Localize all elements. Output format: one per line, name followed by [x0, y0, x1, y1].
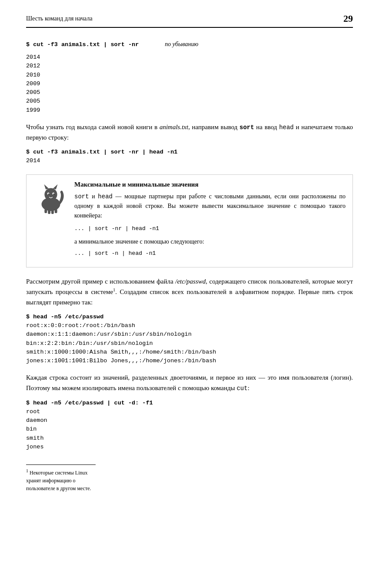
cat-icon-container: [33, 181, 68, 261]
p1-italic: animals.txt: [160, 124, 188, 130]
command1: $ cut -f3 animals.txt | sort -nr: [26, 41, 139, 48]
svg-rect-6: [51, 210, 54, 214]
ib-code2: head: [98, 193, 113, 200]
header-title: Шесть команд для начала: [26, 15, 93, 22]
ib-code1: sort: [74, 193, 89, 200]
section4-block: $ head -n5 /etc/passwd | cut -d: -f1 roo…: [26, 399, 353, 452]
info-box-content: Максимальные и минимальные значения sort…: [74, 181, 346, 261]
p1-sort: sort: [239, 124, 254, 131]
svg-rect-5: [48, 210, 50, 214]
output1: 2014 2012 2010 2009 2005 2005 1999: [26, 53, 353, 115]
svg-rect-7: [55, 209, 57, 213]
footnote-area: 1 Некоторые системы Linux хранят информа…: [26, 464, 96, 492]
section2: $ cut -f3 animals.txt | sort -nr | head …: [26, 148, 353, 166]
p3-text2: :: [248, 384, 249, 391]
p1-text-before: Чтобы узнать год выхода самой новой книг…: [26, 124, 160, 130]
p3-code1: cut: [236, 385, 247, 392]
max-cmd: ... | sort -nr | head -n1: [74, 224, 346, 234]
cat-icon: [34, 181, 68, 215]
section3: $ head -n5 /etc/passwd root:x:0:0:root:/…: [26, 313, 353, 366]
command3: $ head -n5 /etc/passwd: [26, 314, 103, 320]
p2-italic1: /etc/passwd: [175, 278, 206, 285]
svg-rect-4: [44, 209, 47, 213]
p1-text-middle: на ввод: [254, 124, 279, 130]
svg-point-10: [48, 194, 49, 194]
page-header: Шесть команд для начала 29: [26, 13, 353, 28]
cmd-line1-container: $ cut -f3 animals.txt | sort -nr по убыв…: [26, 41, 353, 48]
svg-point-1: [44, 188, 57, 200]
p2-text1: Рассмотрим другой пример с использование…: [26, 278, 175, 285]
info-box-title: Максимальные и минимальные значения: [74, 181, 346, 188]
min-cmd: ... | sort -n | head -n1: [74, 249, 346, 258]
annotation1: по убыванию: [165, 41, 198, 48]
page-number: 29: [343, 13, 353, 24]
svg-point-11: [53, 194, 54, 194]
p1-text-after: , направим вывод: [188, 124, 239, 130]
paragraph2: Рассмотрим другой пример с использование…: [26, 276, 353, 307]
command2: $ cut -f3 animals.txt | sort -nr | head …: [26, 148, 353, 166]
ib-text2: — мощные партнеры при работе с числовыми…: [74, 193, 346, 219]
cat-silhouette: [42, 184, 64, 214]
page-container: Шесть команд для начала 29 $ cut -f3 ani…: [0, 0, 379, 518]
p3-text1: Каждая строка состоит из значений, разде…: [26, 374, 353, 391]
svg-marker-3: [53, 184, 58, 189]
paragraph1: Чтобы узнать год выхода самой новой книг…: [26, 122, 353, 143]
section1: $ cut -f3 animals.txt | sort -nr по убыв…: [26, 41, 353, 115]
output2: 2014: [26, 157, 40, 164]
footnote-content: Некоторые системы Linux хранят информаци…: [26, 470, 91, 491]
paragraph3: Каждая строка состоит из значений, разде…: [26, 372, 353, 393]
svg-marker-2: [44, 184, 49, 189]
p1-head: head: [279, 124, 294, 131]
ib-text1: и: [89, 193, 98, 200]
section4: $ head -n5 /etc/passwd | cut -d: -f1 roo…: [26, 399, 353, 452]
info-box: Максимальные и минимальные значения sort…: [26, 174, 353, 267]
ib-middle-text: а минимальное значение с помощью следующ…: [74, 237, 346, 247]
command4: $ head -n5 /etc/passwd | cut -d: -f1: [26, 400, 153, 406]
section3-block: $ head -n5 /etc/passwd root:x:0:0:root:/…: [26, 313, 353, 366]
footnote-text: 1 Некоторые системы Linux хранят информа…: [26, 468, 96, 492]
info-box-body: sort и head — мощные партнеры при работе…: [74, 192, 346, 258]
